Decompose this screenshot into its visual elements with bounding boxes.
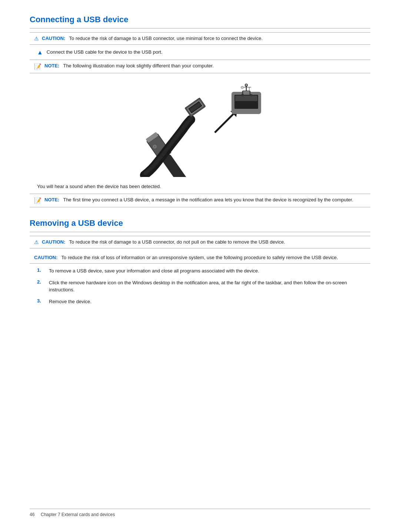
removing-caution1-label: CAUTION: (42, 239, 66, 245)
connecting-step1-text: Connect the USB cable for the device to … (47, 48, 163, 56)
connecting-note1-label: NOTE: (44, 63, 59, 68)
removing-caution2: CAUTION: To reduce the risk of loss of i… (30, 252, 370, 264)
connecting-caution1-label: CAUTION: (42, 36, 66, 41)
footer-text: 46 Chapter 7 External cards and devices (30, 512, 370, 517)
step-bullet-icon: ▲ (37, 48, 43, 57)
usb-illustration-svg: ⌾ (122, 81, 278, 177)
removing-caution1: ⚠ CAUTION: To reduce the risk of damage … (30, 236, 370, 248)
removing-step3-text: Remove the device. (49, 298, 91, 305)
section-divider-top (30, 28, 370, 29)
footer-divider (30, 509, 370, 509)
removing-caution2-text: To reduce the risk of loss of informatio… (61, 255, 338, 260)
svg-point-18 (250, 94, 252, 96)
removing-step1-num: 1. (37, 267, 46, 273)
connecting-caution1: ⚠ CAUTION: To reduce the risk of damage … (30, 32, 370, 45)
note-book-icon: 📝 (34, 63, 41, 70)
caution-triangle-icon: ⚠ (34, 36, 39, 41)
connecting-note1-text: The following illustration may look slig… (63, 63, 214, 68)
connecting-section: Connecting a USB device ⚠ CAUTION: To re… (30, 15, 370, 207)
connecting-caution1-text: To reduce the risk of damage to a USB co… (69, 36, 263, 41)
removing-step3: 3. Remove the device. (37, 298, 370, 305)
removing-section: Removing a USB device ⚠ CAUTION: To redu… (30, 218, 370, 305)
connecting-note2-label: NOTE: (44, 197, 59, 203)
footer-chapter: Chapter 7 External cards and devices (41, 512, 115, 517)
removing-step2-num: 2. (37, 279, 46, 285)
removing-step2: 2. Click the remove hardware icon on the… (37, 279, 370, 294)
svg-rect-17 (241, 94, 244, 96)
removing-caution1-triangle-icon: ⚠ (34, 239, 39, 245)
footer: 46 Chapter 7 External cards and devices (30, 501, 370, 517)
connecting-note2: 📝 NOTE: The first time you connect a USB… (30, 194, 370, 207)
removing-step2-text: Click the remove hardware icon on the Wi… (49, 279, 370, 294)
removing-divider (30, 232, 370, 232)
connecting-title: Connecting a USB device (30, 15, 370, 24)
connecting-note1: 📝 NOTE: The following illustration may l… (30, 60, 370, 73)
footer-page-num: 46 (30, 512, 34, 517)
removing-title: Removing a USB device (30, 218, 370, 228)
svg-rect-10 (235, 96, 257, 101)
removing-step1-text: To remove a USB device, save your inform… (49, 267, 259, 275)
removing-steps-list: 1. To remove a USB device, save your inf… (37, 267, 370, 305)
connecting-note2-text: The first time you connect a USB device,… (63, 197, 353, 203)
removing-step1: 1. To remove a USB device, save your inf… (37, 267, 370, 275)
removing-caution1-text: To reduce the risk of damage to a USB co… (69, 239, 285, 245)
note2-book-icon: 📝 (34, 197, 41, 204)
removing-caution2-label: CAUTION: (34, 255, 58, 260)
connecting-step1: ▲ Connect the USB cable for the device t… (30, 48, 370, 57)
detected-text: You will hear a sound when the device ha… (37, 184, 370, 189)
removing-step3-num: 3. (37, 298, 46, 304)
usb-illustration-area: ⌾ (30, 81, 370, 177)
